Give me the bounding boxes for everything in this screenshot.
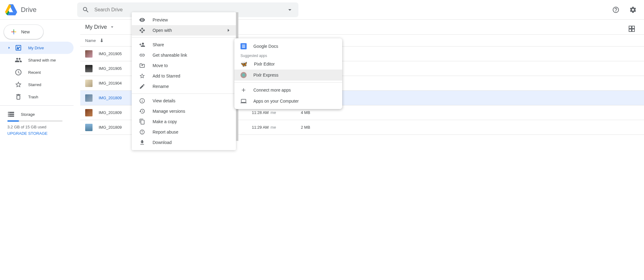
submenu-google-docs[interactable]: Google Docs — [234, 41, 342, 52]
folder-move-icon — [139, 62, 145, 69]
menu-view-details[interactable]: View details — [132, 96, 236, 106]
new-button[interactable]: New — [4, 25, 44, 39]
menu-share[interactable]: Share — [132, 40, 236, 50]
plus-icon — [10, 28, 17, 36]
sidebar-item-starred[interactable]: Starred — [0, 78, 74, 91]
search-dropdown-icon[interactable] — [286, 6, 294, 13]
sidebar: New My Drive Shared with me Recent Starr… — [0, 20, 78, 280]
help-icon — [612, 6, 619, 13]
sidebar-item-shared[interactable]: Shared with me — [0, 54, 74, 66]
sort-down-icon[interactable] — [99, 38, 104, 43]
upgrade-storage-link[interactable]: UPGRADE STORAGE — [7, 131, 71, 136]
pixlr-editor-icon: 🦋 — [241, 61, 247, 67]
storage-used-text: 3.2 GB of 15 GB used — [7, 125, 71, 129]
menu-open-with[interactable]: Open with — [132, 25, 236, 36]
new-button-label: New — [21, 29, 30, 34]
search-input[interactable] — [94, 7, 281, 13]
menu-add-starred[interactable]: Add to Starred — [132, 71, 236, 81]
pixlr-express-icon — [241, 72, 247, 78]
svg-rect-0 — [13, 32, 14, 32]
trash-icon — [15, 93, 22, 100]
sidebar-item-label: Trash — [28, 95, 38, 99]
menu-rename[interactable]: Rename — [132, 81, 236, 92]
open-with-icon — [139, 27, 145, 33]
menu-make-copy[interactable]: Make a copy — [132, 116, 236, 127]
gear-icon — [629, 6, 637, 13]
menu-move-to[interactable]: Move to — [132, 60, 236, 71]
sidebar-item-label: My Drive — [28, 46, 44, 50]
submenu-pixlr-express[interactable]: Pixlr Express — [234, 70, 342, 81]
google-docs-icon — [241, 43, 247, 49]
settings-button[interactable] — [627, 4, 639, 16]
drive-logo-icon — [5, 4, 17, 15]
sidebar-item-my-drive[interactable]: My Drive — [0, 42, 74, 54]
menu-manage-versions[interactable]: Manage versions — [132, 106, 236, 116]
menu-report-abuse[interactable]: Report abuse — [132, 127, 236, 137]
pencil-icon — [139, 83, 145, 89]
info-icon — [139, 98, 145, 104]
history-icon — [139, 108, 145, 114]
storage-section: Storage 3.2 GB of 15 GB used UPGRADE STO… — [0, 108, 78, 136]
submenu-pixlr-editor[interactable]: 🦋 Pixlr Editor — [234, 59, 342, 70]
report-icon — [139, 129, 145, 135]
menu-shareable-link[interactable]: Get shareable link — [132, 50, 236, 60]
storage-icon — [7, 111, 15, 118]
my-drive-icon — [15, 44, 22, 51]
grid-icon — [628, 25, 635, 32]
file-thumb — [85, 109, 93, 116]
file-thumb — [85, 80, 93, 87]
chevron-right-icon — [226, 27, 231, 33]
star-icon — [15, 81, 22, 88]
link-icon — [139, 52, 145, 58]
breadcrumb-label: My Drive — [85, 24, 107, 30]
download-icon — [139, 139, 145, 146]
submenu-suggested-header: Suggested apps — [234, 52, 342, 59]
recent-icon — [15, 69, 22, 76]
shared-icon — [15, 56, 22, 64]
menu-download[interactable]: Download — [132, 137, 236, 148]
star-outline-icon — [139, 73, 145, 79]
menu-preview[interactable]: Preview — [132, 15, 236, 25]
context-menu: Preview Open with Share Get shareable li… — [132, 12, 236, 150]
column-name[interactable]: Name — [85, 38, 96, 43]
file-thumb — [85, 65, 93, 72]
submenu-apps-computer[interactable]: Apps on your Computer — [234, 96, 342, 107]
submenu-connect-apps[interactable]: Connect more apps — [234, 85, 342, 96]
storage-label: Storage — [21, 112, 35, 117]
sidebar-item-label: Starred — [28, 82, 41, 87]
breadcrumb[interactable]: My Drive — [85, 24, 115, 30]
app-header: Drive — [0, 0, 644, 20]
sidebar-item-trash[interactable]: Trash — [0, 91, 74, 103]
file-thumb — [85, 50, 93, 58]
sidebar-item-label: Recent — [28, 70, 41, 75]
file-thumb — [85, 124, 93, 131]
view-grid-button[interactable] — [626, 23, 638, 35]
eye-icon — [139, 17, 145, 23]
person-plus-icon — [139, 42, 145, 48]
file-thumb — [85, 94, 93, 102]
help-button[interactable] — [610, 4, 622, 16]
storage-bar — [7, 120, 63, 122]
app-name: Drive — [21, 6, 36, 14]
laptop-icon — [241, 97, 247, 105]
search-icon — [82, 6, 89, 13]
expand-arrow-icon — [7, 46, 11, 50]
sidebar-item-label: Shared with me — [28, 58, 56, 62]
sidebar-item-recent[interactable]: Recent — [0, 66, 74, 78]
open-with-submenu: Google Docs Suggested apps 🦋 Pixlr Edito… — [234, 38, 342, 109]
plus-icon — [241, 86, 247, 94]
copy-icon — [139, 119, 145, 125]
logo-area[interactable]: Drive — [5, 4, 77, 15]
dropdown-caret-icon — [109, 24, 115, 30]
